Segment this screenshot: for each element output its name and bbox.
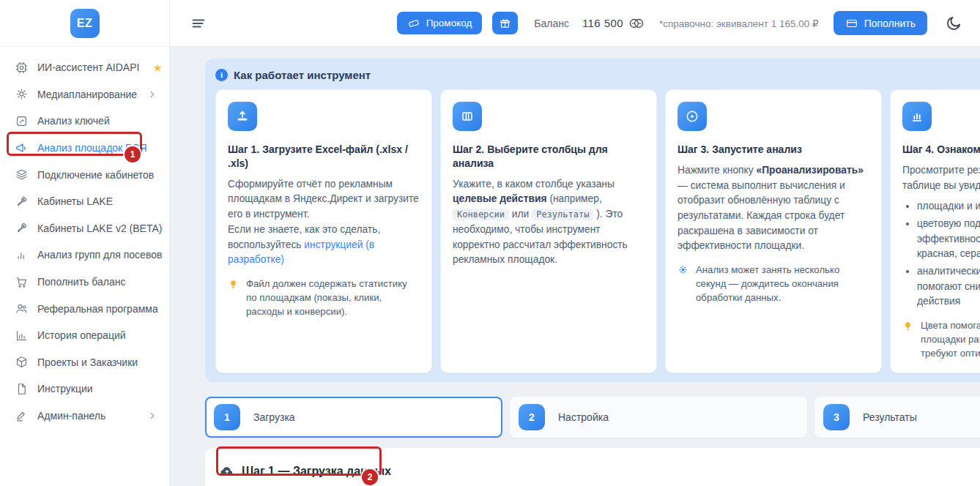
step4-bullet: площадки и их метрики [917, 199, 980, 214]
step4-bullet: цветовую подсветку по уровню эффективнос… [917, 217, 980, 262]
app-logo[interactable]: EZ [70, 9, 100, 38]
play-icon [678, 102, 707, 131]
conversions-badge: Конверсии [453, 209, 509, 220]
gift-icon [499, 17, 511, 29]
ticket-icon [407, 17, 420, 30]
sidebar: EZ ИИ-ассистент AIDAPI ★ Медиапланирован… [0, 0, 170, 486]
upload-icon [228, 102, 257, 131]
sidebar-item-label: Анализ групп для посевов [37, 249, 162, 261]
chevron-right-icon [147, 89, 157, 100]
star-icon: ★ [152, 62, 162, 73]
bars-icon [15, 248, 29, 262]
step1-tip-text: Файл должен содержать статистику по площ… [246, 277, 420, 318]
chip-icon [15, 61, 29, 75]
upload-section: Шаг 1 — Загрузка данных Выберите .xlsx и… [205, 448, 980, 486]
step4-card: Шаг 4. Ознакомьтесь с результатами Просм… [890, 89, 980, 373]
sidebar-item-instructions[interactable]: Инструкции [0, 375, 169, 403]
results-badge: Результаты [532, 209, 593, 220]
sidebar-item-key-analysis[interactable]: Анализ ключей [0, 108, 169, 135]
columns-icon [453, 102, 482, 131]
tab-upload[interactable]: 1 Загрузка [205, 397, 502, 438]
box-icon [15, 355, 29, 369]
sidebar-nav: ИИ-ассистент AIDAPI ★ Медиапланирование … [0, 47, 169, 429]
step1-card: Шаг 1. Загрузите Excel-файл (.xlsx / .xl… [215, 89, 432, 373]
step4-tip: Цвета помогают быстро понять, какие площ… [902, 318, 980, 360]
lightbulb-icon [228, 277, 240, 318]
sidebar-item-label: Инструкции [37, 383, 93, 395]
step2-text3: или [509, 209, 532, 220]
main-content: i Как работает инструмент Шаг 1. Загрузи… [170, 47, 980, 486]
sidebar-item-projects-clients[interactable]: Проекты и Заказчики [0, 349, 169, 376]
tab-number-badge: 1 [214, 404, 240, 430]
balance-equivalent-note: *справочно: эквивалент 1 165.00 ₽ [659, 18, 819, 29]
sidebar-item-admin-panel[interactable]: Админ-панель [0, 403, 169, 430]
step4-bullet: аналитический вывод и советы — помогают … [917, 264, 980, 310]
cloud-upload-icon [220, 464, 234, 479]
promo-button[interactable]: Промокод [397, 12, 483, 34]
pencil-box-icon [15, 114, 29, 128]
step1-card-title: Шаг 1. Загрузите Excel-файл (.xlsx / .xl… [228, 143, 420, 171]
step4-bullet-list: площадки и их метрики цветовую подсветку… [902, 199, 980, 310]
gift-button[interactable] [492, 12, 518, 34]
sidebar-item-label: Анализ ключей [37, 115, 110, 127]
sidebar-item-label: Админ-панель [37, 410, 105, 422]
hamburger-icon [190, 15, 207, 31]
dark-mode-toggle[interactable] [945, 15, 962, 32]
sidebar-item-operations-history[interactable]: История операций [0, 322, 169, 349]
step4-card-body: Просмотрите результаты анализа. В таблиц… [902, 163, 980, 310]
sidebar-item-ai-assistant[interactable]: ИИ-ассистент AIDAPI ★ [0, 54, 169, 81]
annotation-badge-2: 2 [362, 469, 378, 485]
tab-number-badge: 3 [823, 404, 850, 430]
step3-bold-text: «Проанализировать» [756, 165, 863, 176]
step4-tip-text: Цвета помогают быстро понять, какие площ… [921, 318, 980, 360]
sidebar-item-media-planning[interactable]: Медиапланирование [0, 81, 169, 108]
sidebar-item-rsya-analysis[interactable]: Анализ площадок РСЯ [0, 135, 169, 162]
tab-settings[interactable]: 2 Настройка [510, 397, 807, 438]
rocket-icon [15, 195, 29, 209]
step3-text: Нажмите кнопку [678, 165, 756, 176]
lightbulb-icon [902, 318, 914, 360]
megaphone-icon [15, 141, 29, 155]
credit-card-icon [845, 17, 858, 30]
gear-icon [15, 87, 29, 101]
document-icon [15, 382, 29, 396]
step2-text: Укажите, в каком столбце указаны [453, 179, 615, 190]
step3-tip: Анализ может занять несколько секунд — д… [678, 263, 869, 304]
topbar: Промокод Баланс 116 500 *справочно: экви… [170, 0, 980, 47]
sidebar-item-lake-v2-accounts[interactable]: Кабинеты LAKE v2 (BETA) [0, 215, 169, 242]
chevron-right-icon [147, 411, 157, 421]
panel-title-row: i Как работает инструмент [215, 67, 980, 82]
step3-card: Шаг 3. Запустите анализ Нажмите кнопку «… [665, 89, 882, 373]
step2-card-title: Шаг 2. Выберите столбцы для анализа [453, 143, 645, 171]
sidebar-item-label: Медиапланирование [37, 89, 137, 100]
step3-card-title: Шаг 3. Запустите анализ [678, 143, 869, 157]
coins-icon [628, 18, 645, 29]
tab-label: Настройка [558, 411, 609, 423]
tab-number-badge: 2 [519, 404, 545, 430]
topbar-right: Промокод Баланс 116 500 *справочно: экви… [397, 11, 962, 35]
balance-value: 116 500 [582, 17, 623, 29]
step3-card-body: Нажмите кнопку «Проанализировать» — сист… [678, 163, 869, 254]
sidebar-item-connect-accounts[interactable]: Подключение кабинетов [0, 161, 169, 188]
step1-card-body: Сформируйте отчёт по рекламным площадкам… [228, 177, 420, 268]
step4-card-title: Шаг 4. Ознакомьтесь с результатами [902, 143, 980, 157]
sidebar-item-seeding-groups[interactable]: Анализ групп для посевов [0, 242, 169, 269]
step1-text: Сформируйте отчёт по рекламным площадкам… [228, 179, 419, 220]
menu-toggle-button[interactable] [189, 14, 208, 33]
tab-results[interactable]: 3 Результаты [814, 397, 980, 438]
tab-label: Загрузка [253, 411, 295, 423]
moon-icon [945, 15, 962, 32]
how-it-works-panel: i Как работает инструмент Шаг 1. Загрузи… [205, 59, 980, 382]
panel-title: Как работает инструмент [234, 69, 371, 81]
sidebar-item-label: История операций [37, 329, 126, 341]
topup-button[interactable]: Пополнить [834, 11, 927, 35]
sidebar-item-referral-program[interactable]: Реферальная программа [0, 295, 169, 322]
tab-label: Результаты [863, 411, 917, 423]
sidebar-item-label: Проекты и Заказчики [37, 356, 138, 368]
sidebar-item-label: ИИ-ассистент AIDAPI [37, 61, 139, 73]
info-icon: i [215, 69, 228, 81]
people-icon [15, 302, 29, 315]
balance-label: Баланс [534, 18, 569, 29]
sidebar-item-topup-balance[interactable]: Пополнить баланс [0, 269, 169, 296]
sidebar-item-lake-accounts[interactable]: Кабинеты LAKE [0, 188, 169, 215]
